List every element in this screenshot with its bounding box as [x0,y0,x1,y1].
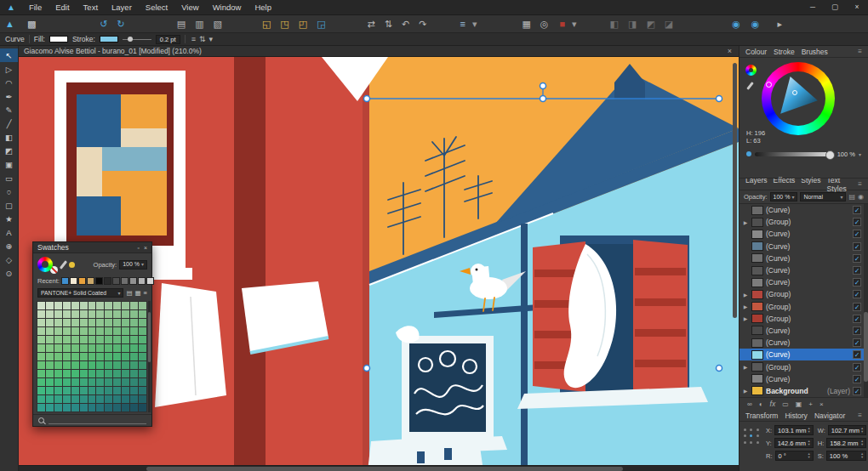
color-panel-tab[interactable]: Stroke [774,48,795,56]
color-panel-tab[interactable]: Colour [745,48,767,56]
document-tab[interactable]: Giacomo Alvise Bettiol - burano_01 [Modi… [19,46,739,57]
recent-swatch[interactable] [138,277,146,285]
swatch-cell[interactable] [54,319,62,326]
swatch-cell[interactable] [105,336,112,343]
layer-row[interactable]: (Curve) ✓ [740,241,868,253]
chevron-down-icon[interactable]: ▾ [859,151,861,157]
swatch-cell[interactable] [130,336,138,343]
swatch-cell[interactable] [80,387,88,394]
swatch-cell[interactable] [89,319,96,326]
swatch-cell[interactable] [113,378,121,386]
swatch-cell[interactable] [113,353,121,360]
swatch-cell[interactable] [96,395,104,403]
swatch-cell[interactable] [113,395,121,403]
swatch-cell[interactable] [46,310,54,318]
swatch-cell[interactable] [105,319,112,326]
fill-well-icon[interactable]: ■ [557,18,567,31]
pixel-persona-icon[interactable]: ▩ [26,18,37,31]
swatch-cell[interactable] [139,319,146,326]
document-setup-icon[interactable]: ▤ [175,18,187,31]
recent-swatch[interactable] [95,277,103,285]
spinner-icon[interactable]: ▴▾ [808,452,809,459]
stroke-properties-icon[interactable]: ≡ [190,35,197,43]
transform-field-input[interactable]: 102.7 mm ▴▾ [828,425,867,435]
swatch-cell[interactable] [37,344,45,352]
blend-options-icon[interactable]: ▤ [848,193,855,201]
help-icon[interactable]: ◉ [750,18,762,31]
color-selector-dot[interactable] [792,90,797,95]
swatch-cell[interactable] [89,370,96,377]
swatch-cell[interactable] [113,370,121,377]
swatch-cell[interactable] [96,327,104,335]
transform-field-input[interactable]: 142.6 mm ▴▾ [774,438,814,448]
swatch-cell[interactable] [139,387,146,394]
stroke-swatch[interactable] [100,36,118,43]
swatch-cell[interactable] [46,327,54,335]
swatch-cell[interactable] [46,319,54,326]
swatch-cell[interactable] [122,344,129,352]
panel-close-icon[interactable]: × [144,245,147,251]
swatch-cell[interactable] [130,302,138,309]
swatch-cell[interactable] [122,336,129,343]
spinner-icon[interactable]: ▴▾ [861,427,863,434]
layer-visibility-checkbox[interactable]: ✓ [853,315,861,323]
swatches-title-bar[interactable]: Swatches ▫ × [33,242,151,253]
swatch-cell[interactable] [105,310,112,318]
ellipse-tool[interactable]: ○ [0,184,18,198]
search-input[interactable] [49,417,146,424]
swatch-cell[interactable] [139,336,146,343]
swatch-cell[interactable] [54,353,62,360]
swatch-cell[interactable] [139,395,146,403]
zoom-tool[interactable]: ⊙ [0,266,18,280]
opacity-dropdown[interactable]: 100 %▾ [119,260,147,270]
swatch-cell[interactable] [89,336,96,343]
horizontal-scrollbar-track[interactable] [19,465,739,471]
layer-visibility-checkbox[interactable]: ✓ [853,230,861,238]
panel-menu-icon[interactable]: ≡ [858,180,862,188]
swatch-scrollbar[interactable] [148,301,151,412]
recent-swatch[interactable] [70,277,77,285]
swatch-cell[interactable] [37,336,45,343]
wheel-mode-icon[interactable] [745,65,757,76]
swatch-cell[interactable] [37,395,45,403]
swatch-cell[interactable] [37,353,45,360]
swatch-cell[interactable] [37,404,45,411]
swatch-cell[interactable] [46,387,54,394]
layer-row[interactable]: ▶ (Group) ✓ [740,360,868,372]
stroke-width-input[interactable]: 0.2 pt [156,35,180,44]
swatch-cell[interactable] [37,370,45,377]
layer-row[interactable]: ▶ (Group) ✓ [740,288,868,300]
swatch-cell[interactable] [130,361,138,369]
saturation-triangle[interactable] [776,75,820,119]
stroke-width-slider[interactable] [123,39,151,40]
layer-visibility-checkbox[interactable]: ✓ [853,290,861,298]
swatch-cell[interactable] [37,319,45,326]
swatch-cell[interactable] [37,302,45,309]
corner-tool[interactable]: ◠ [0,76,18,89]
vector-crop-tool[interactable]: ▣ [0,157,18,171]
swatch-cell[interactable] [105,344,112,352]
node-tool[interactable]: ▷ [0,62,18,76]
flip-vertical-icon[interactable]: ⇅ [383,18,394,31]
swatch-cell[interactable] [89,387,96,394]
insert-behind-icon[interactable]: ◱ [260,18,272,31]
swatch-cell[interactable] [71,361,79,369]
opacity-slider[interactable] [755,152,834,156]
adjustment-icon[interactable]: ◐ [759,400,763,408]
swatch-cell[interactable] [46,361,54,369]
swatch-cell[interactable] [63,302,71,309]
swatch-cell[interactable] [54,344,62,352]
swatch-cell[interactable] [139,353,146,360]
rounded-rectangle-tool[interactable]: ▢ [0,198,18,212]
menu-item[interactable]: Help [248,0,278,15]
swatch-cell[interactable] [63,378,71,386]
layer-visibility-checkbox[interactable]: ✓ [853,278,861,287]
swatch-cell[interactable] [105,395,112,403]
accent-color-dot[interactable] [69,262,75,268]
swatch-cell[interactable] [46,302,54,309]
swatch-cell[interactable] [37,310,45,318]
delete-layer-icon[interactable]: × [819,400,824,408]
transform-field-input[interactable]: 100 % ▴▾ [826,451,867,461]
swatch-cell[interactable] [80,302,88,309]
swatch-cell[interactable] [37,378,45,386]
